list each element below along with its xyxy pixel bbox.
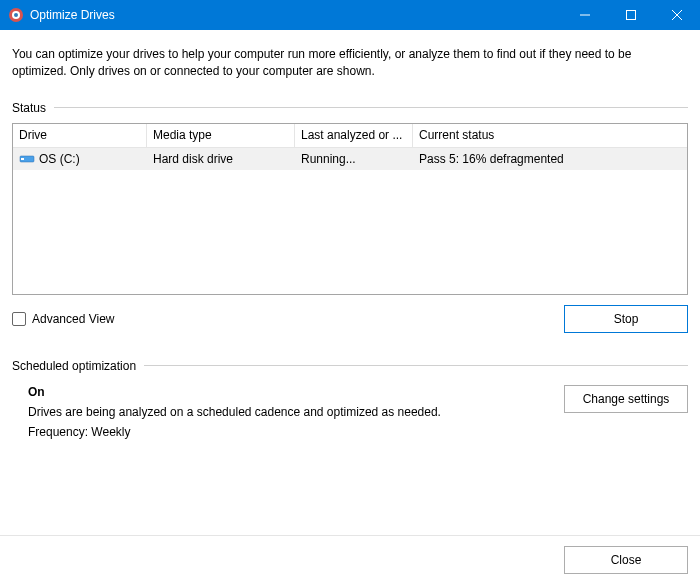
window-controls bbox=[562, 0, 700, 30]
close-button[interactable] bbox=[654, 0, 700, 30]
scheduled-state: On bbox=[28, 385, 564, 399]
cell-status: Pass 5: 16% defragmented bbox=[413, 152, 687, 166]
drives-table[interactable]: Drive Media type Last analyzed or ... Cu… bbox=[12, 123, 688, 295]
column-header-media[interactable]: Media type bbox=[147, 124, 295, 147]
cell-media: Hard disk drive bbox=[147, 152, 295, 166]
minimize-button[interactable] bbox=[562, 0, 608, 30]
titlebar: Optimize Drives bbox=[0, 0, 700, 30]
scheduled-frequency: Frequency: Weekly bbox=[28, 425, 564, 439]
stop-button[interactable]: Stop bbox=[564, 305, 688, 333]
table-row[interactable]: OS (C:) Hard disk drive Running... Pass … bbox=[13, 148, 687, 170]
svg-rect-8 bbox=[21, 158, 24, 160]
cell-drive: OS (C:) bbox=[13, 152, 147, 166]
scheduled-description: Drives are being analyzed on a scheduled… bbox=[28, 405, 564, 419]
change-settings-button[interactable]: Change settings bbox=[564, 385, 688, 413]
footer-buttons: Close bbox=[564, 546, 688, 574]
cell-last-analyzed: Running... bbox=[295, 152, 413, 166]
scheduled-body: On Drives are being analyzed on a schedu… bbox=[12, 385, 688, 445]
drive-icon bbox=[19, 153, 35, 165]
scheduled-label: Scheduled optimization bbox=[12, 359, 144, 373]
maximize-button[interactable] bbox=[608, 0, 654, 30]
status-header: Status bbox=[12, 101, 688, 115]
content-area: You can optimize your drives to help you… bbox=[0, 30, 700, 445]
app-icon bbox=[8, 7, 24, 23]
footer-separator bbox=[0, 535, 700, 536]
column-header-drive[interactable]: Drive bbox=[13, 124, 147, 147]
scheduled-text: On Drives are being analyzed on a schedu… bbox=[12, 385, 564, 445]
svg-point-2 bbox=[14, 13, 18, 17]
status-group: Status Drive Media type Last analyzed or… bbox=[12, 101, 688, 333]
advanced-view-label: Advanced View bbox=[32, 312, 115, 326]
scheduled-header: Scheduled optimization bbox=[12, 359, 688, 373]
advanced-view-checkbox[interactable]: Advanced View bbox=[12, 312, 115, 326]
column-header-last-analyzed[interactable]: Last analyzed or ... bbox=[295, 124, 413, 147]
separator-line bbox=[144, 365, 688, 366]
window-title: Optimize Drives bbox=[30, 8, 562, 22]
cell-drive-text: OS (C:) bbox=[39, 152, 80, 166]
description-text: You can optimize your drives to help you… bbox=[12, 46, 688, 81]
table-header-row: Drive Media type Last analyzed or ... Cu… bbox=[13, 124, 687, 148]
checkbox-icon bbox=[12, 312, 26, 326]
column-header-status[interactable]: Current status bbox=[413, 124, 687, 147]
close-dialog-button[interactable]: Close bbox=[564, 546, 688, 574]
scheduled-group: Scheduled optimization On Drives are bei… bbox=[12, 359, 688, 445]
status-label: Status bbox=[12, 101, 54, 115]
svg-rect-4 bbox=[627, 11, 636, 20]
table-actions-row: Advanced View Stop bbox=[12, 305, 688, 333]
separator-line bbox=[54, 107, 688, 108]
